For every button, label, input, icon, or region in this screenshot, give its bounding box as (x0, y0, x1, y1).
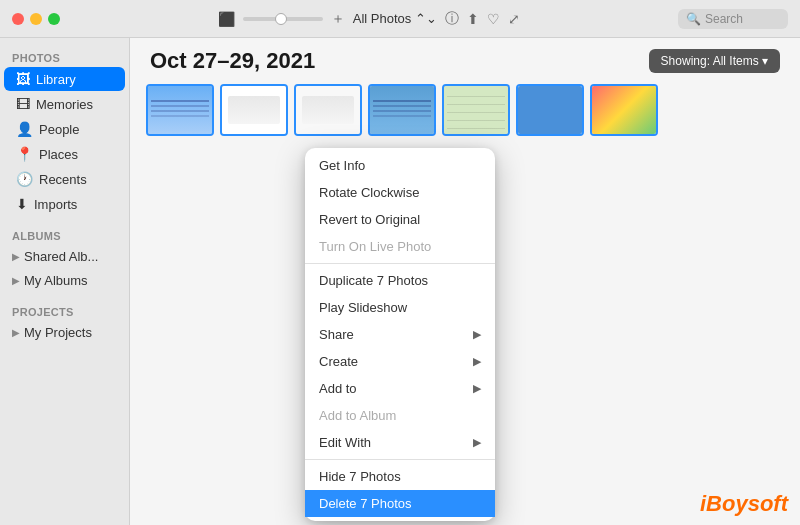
sidebar-item-imports-label: Imports (34, 197, 77, 212)
share-icon[interactable]: ⬆ (467, 11, 479, 27)
sidebar-item-recents-label: Recents (39, 172, 87, 187)
memories-icon: 🎞 (16, 96, 30, 112)
menu-item-edit-with[interactable]: Edit With ▶ (305, 429, 495, 456)
sidebar-item-places-label: Places (39, 147, 78, 162)
heart-icon[interactable]: ♡ (487, 11, 500, 27)
watermark-suffix: Boysoft (706, 491, 788, 516)
menu-item-add-to[interactable]: Add to ▶ (305, 375, 495, 402)
add-to-arrow-icon: ▶ (473, 382, 481, 395)
sidebar-item-shared-albums[interactable]: ▶ Shared Alb... (4, 245, 125, 268)
menu-separator-2 (305, 459, 495, 460)
menu-item-slideshow-label: Play Slideshow (319, 300, 407, 315)
menu-item-rotate-cw-label: Rotate Clockwise (319, 185, 419, 200)
sidebar-item-shared-albums-label: Shared Alb... (24, 249, 98, 264)
photo-thumb-4[interactable] (368, 84, 436, 136)
menu-item-slideshow[interactable]: Play Slideshow (305, 294, 495, 321)
menu-item-revert[interactable]: Revert to Original (305, 206, 495, 233)
content-header: Oct 27–29, 2021 Showing: All Items ▾ (130, 38, 800, 80)
menu-item-delete-label: Delete 7 Photos (319, 496, 412, 511)
sidebar: Photos 🖼 Library 🎞 Memories 👤 People 📍 P… (0, 38, 130, 525)
photo-thumb-6[interactable] (516, 84, 584, 136)
people-icon: 👤 (16, 121, 33, 137)
projects-section-label: Projects (0, 300, 129, 320)
menu-item-create[interactable]: Create ▶ (305, 348, 495, 375)
photo-thumb-7[interactable] (590, 84, 658, 136)
menu-item-add-to-album: Add to Album (305, 402, 495, 429)
sidebar-item-my-albums[interactable]: ▶ My Albums (4, 269, 125, 292)
menu-item-live-photo: Turn On Live Photo (305, 233, 495, 260)
menu-item-duplicate-label: Duplicate 7 Photos (319, 273, 428, 288)
sidebar-item-my-projects-label: My Projects (24, 325, 92, 340)
sidebar-item-people[interactable]: 👤 People (4, 117, 125, 141)
menu-item-delete[interactable]: Delete 7 Photos (305, 490, 495, 517)
search-icon: 🔍 (686, 12, 701, 26)
photo-thumb-3[interactable] (294, 84, 362, 136)
edit-with-arrow-icon: ▶ (473, 436, 481, 449)
photo-thumb-2[interactable] (220, 84, 288, 136)
sidebar-item-people-label: People (39, 122, 79, 137)
title-bar-right: 🔍 Search (678, 9, 788, 29)
menu-item-rotate-cw[interactable]: Rotate Clockwise (305, 179, 495, 206)
maximize-button[interactable] (48, 13, 60, 25)
chevron-icon: ⌃⌄ (415, 11, 437, 26)
zoom-slider-thumb[interactable] (275, 13, 287, 25)
recents-icon: 🕐 (16, 171, 33, 187)
library-icon: 🖼 (16, 71, 30, 87)
menu-item-get-info-label: Get Info (319, 158, 365, 173)
content-area: Oct 27–29, 2021 Showing: All Items ▾ (130, 38, 800, 525)
menu-item-get-info[interactable]: Get Info (305, 152, 495, 179)
my-projects-arrow: ▶ (12, 327, 20, 338)
sidebar-item-my-projects[interactable]: ▶ My Projects (4, 321, 125, 344)
menu-item-hide-label: Hide 7 Photos (319, 469, 401, 484)
sidebar-item-my-albums-label: My Albums (24, 273, 88, 288)
photos-section-label: Photos (0, 46, 129, 66)
context-menu: Get Info Rotate Clockwise Revert to Orig… (305, 148, 495, 521)
share-arrow-icon: ▶ (473, 328, 481, 341)
menu-item-revert-label: Revert to Original (319, 212, 420, 227)
shared-albums-arrow: ▶ (12, 251, 20, 262)
create-arrow-icon: ▶ (473, 355, 481, 368)
close-button[interactable] (12, 13, 24, 25)
minimize-button[interactable] (30, 13, 42, 25)
photo-strip (130, 80, 800, 144)
watermark: iBoysoft (700, 491, 788, 517)
all-photos-dropdown[interactable]: All Photos ⌃⌄ (353, 11, 438, 26)
places-icon: 📍 (16, 146, 33, 162)
imports-icon: ⬇ (16, 196, 28, 212)
page-title: Oct 27–29, 2021 (150, 48, 315, 74)
traffic-lights (12, 13, 60, 25)
sidebar-item-memories[interactable]: 🎞 Memories (4, 92, 125, 116)
dropdown-label: All Photos (353, 11, 412, 26)
menu-item-live-photo-label: Turn On Live Photo (319, 239, 431, 254)
sidebar-item-memories-label: Memories (36, 97, 93, 112)
my-albums-arrow: ▶ (12, 275, 20, 286)
zoom-slider[interactable] (243, 17, 323, 21)
menu-item-edit-with-label: Edit With (319, 435, 371, 450)
menu-item-create-label: Create (319, 354, 358, 369)
title-bar-center: ⬛ ＋ All Photos ⌃⌄ ⓘ ⬆ ♡ ⤢ (60, 10, 678, 28)
window-icon: ⬛ (218, 11, 235, 27)
photo-thumb-1[interactable] (146, 84, 214, 136)
menu-item-add-to-label: Add to (319, 381, 357, 396)
photo-thumb-5[interactable] (442, 84, 510, 136)
plus-icon: ＋ (331, 10, 345, 28)
info-icon[interactable]: ⓘ (445, 10, 459, 28)
sidebar-item-library[interactable]: 🖼 Library (4, 67, 125, 91)
search-box[interactable]: 🔍 Search (678, 9, 788, 29)
menu-item-hide[interactable]: Hide 7 Photos (305, 463, 495, 490)
menu-item-share-label: Share (319, 327, 354, 342)
sidebar-item-places[interactable]: 📍 Places (4, 142, 125, 166)
sidebar-item-recents[interactable]: 🕐 Recents (4, 167, 125, 191)
menu-separator-1 (305, 263, 495, 264)
sidebar-item-imports[interactable]: ⬇ Imports (4, 192, 125, 216)
albums-section-label: Albums (0, 224, 129, 244)
menu-item-add-to-album-label: Add to Album (319, 408, 396, 423)
search-placeholder: Search (705, 12, 743, 26)
menu-item-duplicate[interactable]: Duplicate 7 Photos (305, 267, 495, 294)
menu-item-share[interactable]: Share ▶ (305, 321, 495, 348)
main-layout: Photos 🖼 Library 🎞 Memories 👤 People 📍 P… (0, 38, 800, 525)
crop-icon[interactable]: ⤢ (508, 11, 520, 27)
showing-button[interactable]: Showing: All Items ▾ (649, 49, 780, 73)
title-bar: ⬛ ＋ All Photos ⌃⌄ ⓘ ⬆ ♡ ⤢ 🔍 Search (0, 0, 800, 38)
sidebar-item-library-label: Library (36, 72, 76, 87)
